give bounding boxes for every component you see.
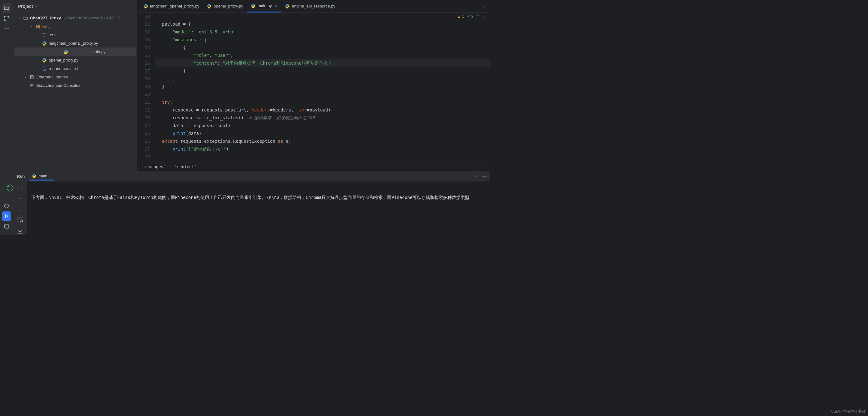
project-tree[interactable]: ▾ ChatGPT_Proxy ~/PycharmProjects/ChatGP… xyxy=(13,12,137,171)
tree-item[interactable]: requirements.txt xyxy=(13,64,137,73)
rerun-button[interactable] xyxy=(6,184,14,192)
run-panel: Run main × ⋮ — ⋮ ↑ ↓ xyxy=(13,171,490,235)
run-tool-button[interactable] xyxy=(2,211,11,221)
editor-tabs: langchain_openai_proxy.py openai_proxy.p… xyxy=(137,0,490,12)
soft-wrap-icon[interactable] xyxy=(16,216,24,224)
run-toolbar: ⋮ ↑ ↓ xyxy=(13,181,27,235)
python-icon xyxy=(32,173,37,178)
python-icon xyxy=(251,3,256,8)
tree-item[interactable]: langchain_openai_proxy.py xyxy=(13,39,137,47)
more-tool-button[interactable] xyxy=(2,24,11,33)
svg-marker-6 xyxy=(4,204,9,208)
prev-highlight-icon[interactable]: ⌃ xyxy=(476,14,479,19)
tree-item[interactable]: Scratches and Consoles xyxy=(13,81,137,90)
folder-icon xyxy=(23,15,28,21)
svg-rect-8 xyxy=(4,224,9,228)
svg-point-3 xyxy=(5,28,5,29)
services-button[interactable] xyxy=(2,201,11,210)
svg-rect-0 xyxy=(4,16,6,18)
run-minimize-icon[interactable]: — xyxy=(483,174,487,179)
editor-tab[interactable]: engine_api_resource.py xyxy=(281,0,339,12)
svg-rect-12 xyxy=(18,186,22,190)
project-header[interactable]: Project xyxy=(13,0,137,12)
run-config-tab[interactable]: main × xyxy=(29,172,54,180)
scroll-to-end-icon[interactable] xyxy=(16,227,24,235)
python-icon xyxy=(42,58,47,63)
editor-tab[interactable]: langchain_openai_proxy.py xyxy=(140,0,203,12)
code-area[interactable]: payload = { "model": "gpt-3.5-turbo", "m… xyxy=(155,12,490,161)
close-icon[interactable]: × xyxy=(49,174,52,178)
run-more-icon[interactable]: ⋮ xyxy=(475,174,479,179)
close-icon[interactable]: × xyxy=(275,3,277,8)
run-title: Run xyxy=(17,174,25,179)
python-icon xyxy=(285,4,290,9)
tree-item[interactable]: ▸External Libraries xyxy=(13,73,137,81)
chevron-down-icon xyxy=(35,4,38,8)
editor-tab[interactable]: main.py× xyxy=(247,0,281,12)
svg-point-5 xyxy=(8,28,8,29)
svg-point-10 xyxy=(44,69,45,70)
left-toolbar xyxy=(0,0,13,235)
project-tool-button[interactable] xyxy=(2,3,11,13)
editor-tab[interactable]: openai_proxy.py xyxy=(203,0,247,12)
gutter[interactable]: 10111213141516171819202122232425262728 xyxy=(137,12,155,161)
tabs-more-icon[interactable]: ⋮ xyxy=(478,4,488,8)
up-stack-icon[interactable]: ↑ xyxy=(16,195,24,203)
tree-item[interactable]: openai_proxy.py xyxy=(13,56,137,64)
python-icon xyxy=(143,4,148,9)
terminal-tool-button[interactable] xyxy=(2,222,11,231)
python-icon xyxy=(207,4,212,9)
down-stack-icon[interactable]: ↓ xyxy=(16,205,24,213)
structure-tool-button[interactable] xyxy=(2,14,11,23)
tree-item[interactable]: ▸▮▮venv xyxy=(13,22,137,31)
python-icon xyxy=(63,49,68,54)
project-title: Project xyxy=(18,4,33,9)
next-highlight-icon[interactable]: ⌄ xyxy=(483,14,486,19)
breadcrumbs[interactable]: "messages" › "content" xyxy=(137,162,490,171)
svg-marker-7 xyxy=(5,214,8,218)
svg-rect-2 xyxy=(4,19,6,21)
tree-item[interactable]: .env xyxy=(13,31,137,39)
run-output[interactable]: 下方面：\n\n1．技术架构：Chroma是基于Faiss和PyTorch构建的… xyxy=(27,181,490,235)
stop-button[interactable] xyxy=(16,184,24,192)
python-icon xyxy=(32,173,37,178)
svg-point-4 xyxy=(6,28,7,29)
editor: langchain_openai_proxy.py openai_proxy.p… xyxy=(137,0,490,171)
tree-root[interactable]: ▾ ChatGPT_Proxy ~/PycharmProjects/ChatGP… xyxy=(13,14,137,22)
tree-item[interactable]: main.py xyxy=(14,47,136,56)
svg-rect-1 xyxy=(7,16,8,18)
inspection-widget[interactable]: ▲ 1 ✔ 3 ⌃ ⌄ xyxy=(457,14,486,19)
project-sidebar: Project ▾ ChatGPT_Proxy ~/PycharmProject… xyxy=(13,0,137,171)
python-icon xyxy=(42,41,47,46)
